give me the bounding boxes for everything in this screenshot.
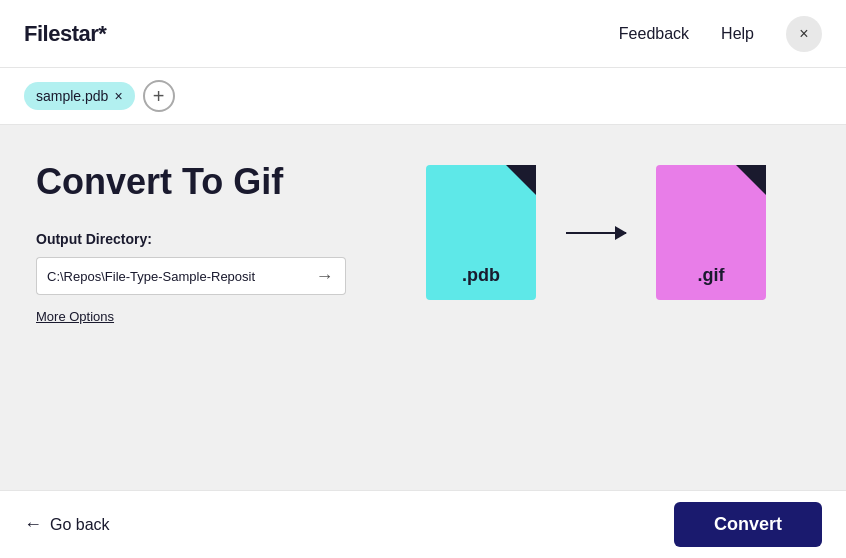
conversion-illustration: .pdb .gif [426,165,766,300]
output-directory-input[interactable] [36,257,304,295]
header-nav: Feedback Help × [619,16,822,52]
header: Filestar* Feedback Help × [0,0,846,68]
source-file-ext: .pdb [462,265,500,286]
file-corner-gif [736,165,766,195]
go-back-label: Go back [50,516,110,534]
feedback-link[interactable]: Feedback [619,25,689,43]
logo: Filestar* [24,21,106,47]
target-file-icon: .gif [656,165,766,300]
file-corner-pdb [506,165,536,195]
file-tab[interactable]: sample.pdb × [24,82,135,110]
arrow-line [566,232,626,234]
conversion-arrow [566,232,626,234]
arrow-right-icon: → [316,266,334,287]
file-tabs-bar: sample.pdb × + [0,68,846,125]
convert-button[interactable]: Convert [674,502,822,547]
add-file-button[interactable]: + [143,80,175,112]
close-button[interactable]: × [786,16,822,52]
main-content: Convert To Gif Output Directory: → More … [0,125,846,490]
source-file-icon: .pdb [426,165,536,300]
file-tab-label: sample.pdb [36,88,108,104]
go-back-button[interactable]: ← Go back [24,514,110,535]
more-options-link[interactable]: More Options [36,309,810,324]
browse-directory-button[interactable]: → [304,257,346,295]
arrow-left-icon: ← [24,514,42,535]
help-link[interactable]: Help [721,25,754,43]
file-tab-close-icon[interactable]: × [114,89,122,103]
target-file-ext: .gif [698,265,725,286]
footer: ← Go back Convert [0,490,846,558]
